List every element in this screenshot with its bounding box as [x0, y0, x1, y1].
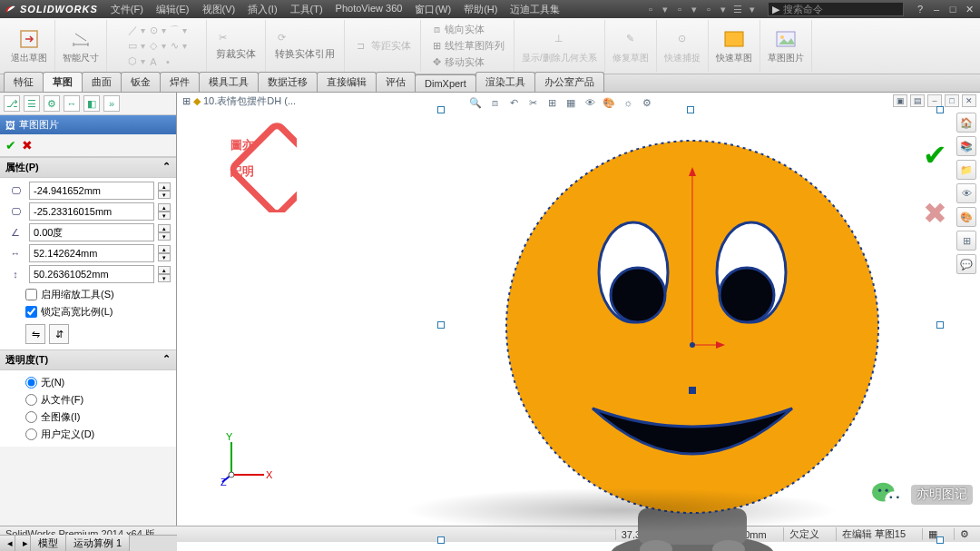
- maximize-icon[interactable]: □: [946, 4, 960, 15]
- move-tool[interactable]: ✥移动实体: [428, 54, 506, 70]
- flip-v-button[interactable]: ⇵: [49, 324, 69, 344]
- enable-scale-checkbox[interactable]: [25, 289, 37, 300]
- handle-tr[interactable]: [936, 106, 944, 113]
- btab-prev[interactable]: ◂: [0, 536, 15, 551]
- fm-tab-config-icon[interactable]: ⚙: [44, 95, 60, 112]
- vp-min-icon[interactable]: –: [927, 94, 942, 107]
- tp-explorer-icon[interactable]: 📁: [956, 160, 976, 180]
- tab-surface[interactable]: 曲面: [82, 72, 122, 92]
- width-input[interactable]: 52.142624mm: [29, 244, 154, 262]
- tab-features[interactable]: 特征: [4, 72, 44, 92]
- graphics-viewport[interactable]: ⊞ ◆ 10.表情包摆件DH (... 🔍 ⧈ ↶ ✂ ⊞ ▦ 👁 🎨 ☼ ⚙ …: [177, 93, 980, 526]
- ribbon-smart-dim[interactable]: 智能尺寸: [55, 20, 107, 72]
- tab-migrate[interactable]: 数据迁移: [258, 72, 318, 92]
- qa-more-icon[interactable]: ☰: [731, 4, 744, 15]
- tp-custom-icon[interactable]: ⊞: [956, 231, 976, 251]
- vp-close-icon[interactable]: ✕: [962, 94, 976, 107]
- lock-aspect-checkbox[interactable]: [25, 306, 37, 318]
- x-up[interactable]: ▴: [158, 182, 171, 191]
- tab-direct[interactable]: 直接编辑: [317, 72, 377, 92]
- tp-appearance-icon[interactable]: 🎨: [956, 207, 976, 227]
- y-dn[interactable]: ▾: [158, 212, 171, 220]
- close-icon[interactable]: ✕: [962, 4, 976, 15]
- a-up[interactable]: ▴: [158, 224, 171, 232]
- handle-mr[interactable]: [936, 321, 944, 329]
- fm-tab-tree-icon[interactable]: ⎇: [4, 95, 20, 112]
- handle-br[interactable]: [936, 536, 944, 544]
- qa-drop-icon[interactable]: ▾: [746, 4, 759, 15]
- menu-window[interactable]: 窗口(W): [409, 1, 456, 18]
- x-dn[interactable]: ▾: [158, 191, 171, 199]
- rect-tool[interactable]: ▭▾ ◇▾ ∿▾: [124, 39, 189, 54]
- menu-file[interactable]: 文件(F): [105, 1, 149, 18]
- handle-bl[interactable]: [437, 536, 445, 544]
- ribbon-repair[interactable]: ✎ 修复草图: [605, 20, 657, 72]
- menu-edit[interactable]: 编辑(E): [151, 1, 195, 18]
- qa-save-icon[interactable]: ▫: [673, 4, 686, 15]
- vp-tile-icon[interactable]: ▤: [910, 94, 925, 107]
- tab-sheetmetal[interactable]: 钣金: [121, 72, 161, 92]
- h-up[interactable]: ▴: [158, 266, 171, 274]
- section-transparency[interactable]: 透明度(T) ⌃: [0, 349, 176, 370]
- tp-view-icon[interactable]: 👁: [956, 183, 976, 203]
- menu-insert[interactable]: 插入(I): [242, 1, 282, 18]
- flip-h-button[interactable]: ⇋: [25, 324, 45, 344]
- y-up[interactable]: ▴: [158, 203, 171, 212]
- w-dn[interactable]: ▾: [158, 253, 171, 261]
- fm-tab-dim-icon[interactable]: ↔: [64, 95, 80, 112]
- angle-input[interactable]: 0.00度: [29, 223, 154, 241]
- accept-button[interactable]: ✔: [5, 138, 16, 153]
- qa-undo-icon[interactable]: ▫: [702, 4, 715, 15]
- vp-max-icon[interactable]: □: [945, 94, 959, 107]
- tab-office[interactable]: 办公室产品: [534, 72, 604, 92]
- fm-tab-prop-icon[interactable]: ☰: [24, 95, 40, 112]
- trim-tool[interactable]: ✂: [214, 31, 258, 45]
- cancel-button[interactable]: ✖: [22, 138, 33, 153]
- btab-motion[interactable]: 运动算例 1: [66, 535, 130, 551]
- line-tool[interactable]: ／▾ ⊙▾ ⌒▾: [124, 24, 189, 38]
- mirror-tool[interactable]: ⧈镜向实体: [428, 22, 506, 37]
- ribbon-sketch-pic[interactable]: 草图图片: [760, 20, 812, 72]
- qa-open-icon[interactable]: ▾: [659, 4, 671, 15]
- help-icon[interactable]: ?: [913, 4, 927, 15]
- section-properties[interactable]: 属性(P) ⌃: [0, 157, 176, 178]
- convert-tool[interactable]: ⟳: [273, 31, 337, 45]
- tab-render[interactable]: 渲染工具: [475, 72, 535, 92]
- offset-tool[interactable]: ⊐等距实体: [352, 38, 413, 54]
- qa-new-icon[interactable]: ▫: [644, 4, 657, 15]
- btab-next[interactable]: ▸: [15, 536, 31, 551]
- trans-user-radio[interactable]: [25, 428, 37, 440]
- tab-eval[interactable]: 评估: [376, 72, 416, 92]
- h-dn[interactable]: ▾: [158, 274, 171, 282]
- height-input[interactable]: 50.26361052mm: [29, 265, 154, 283]
- tab-sketch[interactable]: 草图: [43, 72, 83, 92]
- fm-tab-more-icon[interactable]: »: [103, 95, 120, 112]
- tp-forum-icon[interactable]: 💬: [956, 254, 976, 274]
- orientation-triad[interactable]: Y X Z: [220, 431, 275, 486]
- trans-full-radio[interactable]: [25, 411, 37, 423]
- tab-dimxpert[interactable]: DimXpert: [415, 74, 476, 92]
- tp-resources-icon[interactable]: 🏠: [956, 113, 976, 133]
- tab-mold[interactable]: 模具工具: [199, 72, 259, 92]
- menu-help[interactable]: 帮助(H): [458, 1, 503, 18]
- w-up[interactable]: ▴: [158, 245, 171, 253]
- ribbon-exit-sketch[interactable]: 退出草图: [4, 20, 55, 72]
- handle-tl[interactable]: [437, 106, 445, 113]
- x-input[interactable]: -24.941652mm: [29, 182, 154, 200]
- menu-photoview[interactable]: PhotoView 360: [330, 1, 408, 18]
- handle-tm[interactable]: [687, 106, 694, 113]
- vp-cascade-icon[interactable]: ▣: [893, 94, 907, 107]
- menu-maidi[interactable]: 迈迪工具集: [505, 1, 565, 18]
- tp-library-icon[interactable]: 📚: [956, 136, 976, 156]
- trans-none-radio[interactable]: [25, 377, 37, 389]
- ribbon-snap[interactable]: ⊙ 快速捕捉: [657, 20, 709, 72]
- minimize-icon[interactable]: –: [929, 4, 944, 15]
- qa-print-icon[interactable]: ▾: [688, 4, 701, 15]
- a-dn[interactable]: ▾: [158, 232, 171, 241]
- trans-file-radio[interactable]: [25, 394, 37, 406]
- ribbon-relations[interactable]: ⊥ 显示/删除几何关系: [514, 20, 605, 72]
- fm-tab-display-icon[interactable]: ◧: [83, 95, 100, 112]
- search-command[interactable]: ▶ 搜索命令: [768, 2, 904, 16]
- qa-redo-icon[interactable]: ▾: [717, 4, 730, 15]
- handle-ml[interactable]: [437, 321, 445, 329]
